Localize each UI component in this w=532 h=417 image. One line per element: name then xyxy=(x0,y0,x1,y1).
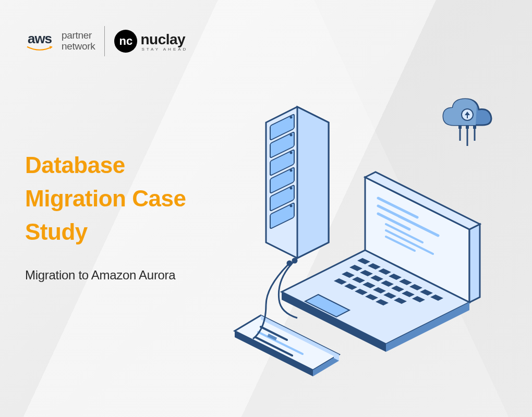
svg-rect-17 xyxy=(466,126,469,129)
page-title: Database Migration Case Study xyxy=(25,149,186,248)
logo-divider xyxy=(104,26,105,56)
svg-point-9 xyxy=(290,169,293,172)
aws-smile-icon xyxy=(25,46,54,52)
title-line1: Database xyxy=(25,152,125,178)
page-subtitle: Migration to Amazon Aurora xyxy=(25,268,186,283)
svg-point-8 xyxy=(290,152,293,154)
svg-point-6 xyxy=(290,116,293,119)
aws-mark: aws xyxy=(25,31,54,52)
title-line3: Study xyxy=(25,219,88,244)
main-content: Database Migration Case Study Migration … xyxy=(25,149,186,283)
aws-partner-text: partner network xyxy=(62,30,95,52)
nuclay-mark-icon: nc xyxy=(114,30,137,53)
svg-rect-18 xyxy=(473,126,476,129)
svg-point-11 xyxy=(290,205,293,207)
cloud-upload-icon xyxy=(443,99,491,146)
svg-point-29 xyxy=(293,259,297,263)
aws-partner-logo: aws partner network xyxy=(25,30,95,52)
svg-rect-16 xyxy=(458,126,462,129)
svg-point-10 xyxy=(290,187,293,190)
migration-illustration xyxy=(229,81,522,383)
svg-point-30 xyxy=(287,261,292,265)
nuclay-text: nuclay STAY AHEAD xyxy=(140,31,188,52)
aws-wordmark: aws xyxy=(28,31,52,47)
nuclay-name: nuclay xyxy=(140,31,188,48)
aws-partner-line2: network xyxy=(62,41,95,52)
tablet-icon xyxy=(235,315,339,376)
header-logos: aws partner network nc nuclay STAY AHEAD xyxy=(25,26,188,56)
svg-point-7 xyxy=(290,134,293,137)
nuclay-tagline: STAY AHEAD xyxy=(141,47,188,52)
title-line2: Migration Case xyxy=(25,186,186,211)
nuclay-logo: nc nuclay STAY AHEAD xyxy=(114,30,188,53)
aws-partner-line1: partner xyxy=(62,30,95,41)
server-tower-icon xyxy=(266,107,329,258)
